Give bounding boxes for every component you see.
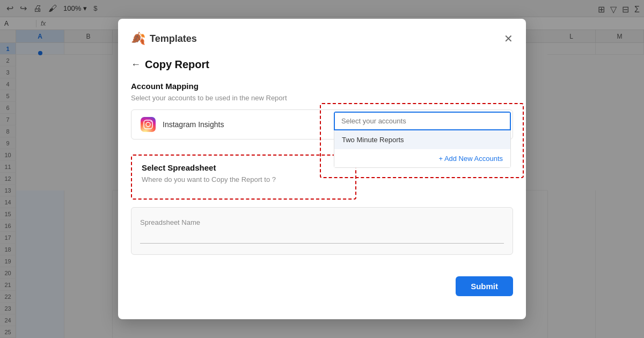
account-mapping-row-wrapper: Instagram Insights Two Minute Reports + … — [131, 109, 513, 139]
select-spreadsheet-section: Select Spreadsheet Where do you want to … — [131, 155, 513, 255]
account-mapping-title: Account Mapping — [131, 82, 513, 91]
modal-header: 🍂 Templates ✕ — [131, 32, 513, 46]
add-new-accounts-button[interactable]: + Add New Accounts — [438, 155, 503, 163]
modal-title-text: Templates — [150, 33, 197, 45]
select-spreadsheet-dashed-box: Select Spreadsheet Where do you want to … — [131, 155, 356, 200]
templates-emoji: 🍂 — [131, 32, 145, 46]
svg-point-3 — [151, 121, 152, 122]
spreadsheet-card: Spreadsheet Name — [131, 207, 513, 255]
account-dropdown-list: Two Minute Reports + Add New Accounts — [334, 130, 511, 168]
submit-row: Submit — [131, 268, 513, 296]
account-select-input[interactable] — [335, 113, 510, 129]
account-input-wrapper — [334, 112, 511, 130]
svg-rect-0 — [141, 117, 156, 132]
select-spreadsheet-title: Select Spreadsheet — [142, 163, 346, 172]
add-accounts-row: + Add New Accounts — [334, 149, 510, 167]
back-button[interactable]: ← — [131, 59, 141, 70]
page-title: Copy Report — [145, 58, 209, 71]
close-button[interactable]: ✕ — [504, 33, 513, 44]
instagram-icon — [140, 116, 156, 133]
spreadsheet-name-label: Spreadsheet Name — [140, 218, 504, 226]
dropdown-item-two-minute-reports[interactable]: Two Minute Reports — [334, 130, 510, 149]
account-dropdown-container: Two Minute Reports + Add New Accounts — [334, 112, 511, 168]
modal-dialog: 🍂 Templates ✕ ← Copy Report Account Mapp… — [118, 19, 526, 319]
modal-title: 🍂 Templates — [131, 32, 197, 46]
modal-overlay: 🍂 Templates ✕ ← Copy Report Account Mapp… — [0, 0, 644, 338]
select-spreadsheet-desc: Where do you want to Copy the Report to … — [142, 175, 346, 183]
spreadsheet-name-input[interactable] — [140, 231, 504, 244]
instagram-label: Instagram Insights — [163, 120, 224, 129]
submit-button[interactable]: Submit — [456, 276, 513, 296]
select-spreadsheet-dashed-wrapper: Select Spreadsheet Where do you want to … — [131, 155, 356, 200]
account-mapping-desc: Select your accounts to be used in the n… — [131, 94, 513, 102]
back-row: ← Copy Report — [131, 58, 513, 71]
account-mapping-section: Account Mapping Select your accounts to … — [131, 82, 513, 139]
